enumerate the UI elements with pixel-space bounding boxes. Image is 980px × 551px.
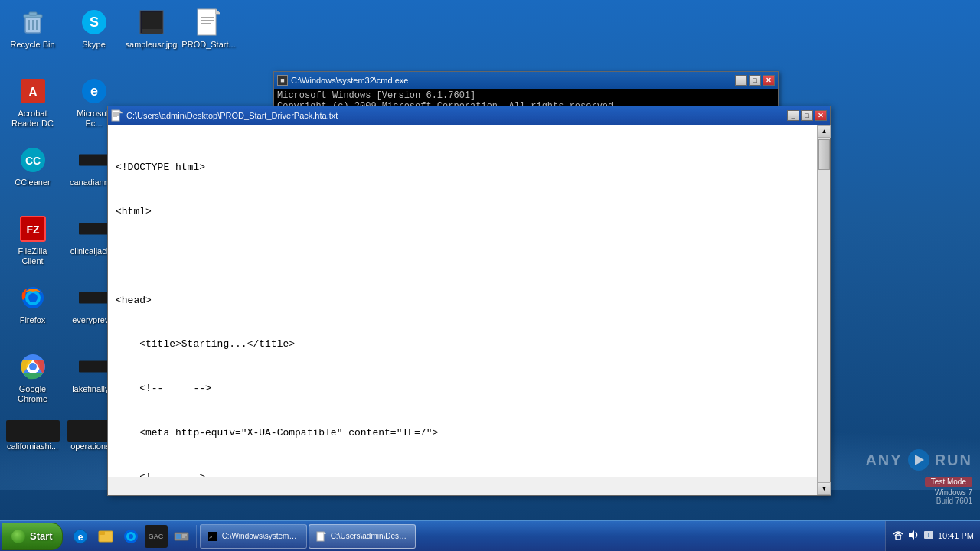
code-comment2: <!-- --> xyxy=(116,471,809,477)
desktop-icon-filezilla[interactable]: FZ FileZilla Client xyxy=(4,210,61,269)
svg-text:!: ! xyxy=(928,533,929,538)
firefox-label: Firefox xyxy=(20,315,46,325)
scroll-thumb[interactable] xyxy=(818,139,830,170)
recycle-bin-label: Recycle Bin xyxy=(10,40,54,50)
desktop-icon-skype[interactable]: S Skype xyxy=(65,4,122,53)
svg-rect-31 xyxy=(79,292,109,304)
tray-volume-icon[interactable] xyxy=(907,529,920,543)
clock-time: 10:41 PM xyxy=(938,530,974,541)
cmd-window-controls: _ □ ✕ xyxy=(735,75,775,86)
svg-text:>_: >_ xyxy=(209,534,216,540)
anyrun-info: Test Mode Windows 7 Build 7601 xyxy=(925,474,972,505)
taskbar-cmd-button[interactable]: >_ C:\Windows\system32\cmd.exe xyxy=(200,524,307,549)
svg-text:e: e xyxy=(77,532,83,543)
skype-icon: S xyxy=(79,7,109,37)
start-orb-icon xyxy=(11,530,25,543)
svg-text:S: S xyxy=(89,15,98,30)
code-meta1: <meta http-equiv="X-UA-Compatible" conte… xyxy=(116,426,809,441)
start-button[interactable]: Start xyxy=(2,523,63,550)
tray-notification-icon[interactable]: ! xyxy=(923,529,935,543)
start-label: Start xyxy=(30,530,53,542)
hta-maximize-button[interactable]: □ xyxy=(801,110,813,121)
desktop-icon-prod-start[interactable]: PROD_Start... xyxy=(180,4,237,53)
cmd-minimize-button[interactable]: _ xyxy=(735,75,747,86)
taskbar: Start e xyxy=(0,520,980,551)
hta-titlebar[interactable]: C:\Users\admin\Desktop\PROD_Start_Driver… xyxy=(108,106,830,125)
quick-explorer-button[interactable] xyxy=(94,525,117,548)
recycle-bin-icon xyxy=(18,7,48,37)
taskbar-hta-label: C:\Users\admin\Desktop\PROD... xyxy=(331,532,409,540)
canadianm-icon xyxy=(79,145,109,175)
code-head: <head> xyxy=(116,294,809,308)
cmd-close-button[interactable]: ✕ xyxy=(763,75,775,86)
svg-rect-57 xyxy=(896,536,900,540)
svg-rect-50 xyxy=(176,534,181,539)
quick-firefox-button[interactable] xyxy=(119,525,142,548)
prod-start-icon xyxy=(194,7,224,37)
sampleusr-label: sampleusr.jpg xyxy=(126,40,178,50)
hta-text-content[interactable]: <!DOCTYPE html> <html> <head> <title>Sta… xyxy=(108,125,817,477)
anyrun-os: Windows 7 xyxy=(925,488,972,497)
svg-rect-51 xyxy=(182,534,187,536)
scroll-up-button[interactable]: ▲ xyxy=(818,125,831,138)
cmd-titlebar[interactable]: ■ C:\Windows\system32\cmd.exe _ □ ✕ xyxy=(274,72,778,89)
prod-start-label: PROD_Start... xyxy=(181,40,235,50)
explorer-icon xyxy=(97,528,114,545)
cmd-maximize-button[interactable]: □ xyxy=(749,75,761,86)
lakefinally-icon xyxy=(79,351,109,382)
svg-rect-2 xyxy=(29,12,37,15)
svg-text:e: e xyxy=(90,83,97,99)
taskbar-cmd-label: C:\Windows\system32\cmd.exe xyxy=(222,532,300,540)
quick-firefox-icon xyxy=(122,528,139,545)
play-triangle xyxy=(915,455,924,465)
anyrun-build: Build 7601 xyxy=(925,497,972,505)
tray-network-icon[interactable] xyxy=(892,529,904,543)
code-title: <title>Starting...</title> xyxy=(116,337,809,352)
desktop-icon-chrome[interactable]: Google Chrome xyxy=(4,348,61,407)
hta-close-button[interactable]: ✕ xyxy=(815,110,827,121)
acrobat-label: Acrobat Reader DC xyxy=(7,109,58,129)
hta-title-text: C:\Users\admin\Desktop\PROD_Start_Driver… xyxy=(126,111,338,120)
desktop-icon-firefox[interactable]: Firefox xyxy=(4,279,61,328)
ie-icon: e xyxy=(72,528,89,545)
quick-gac-button[interactable]: GAC xyxy=(145,525,168,548)
cmd-titlebar-left: ■ C:\Windows\system32\cmd.exe xyxy=(277,75,408,86)
svg-rect-52 xyxy=(182,536,185,538)
acrobat-icon: A xyxy=(18,76,48,106)
anyrun-run-text: RUN xyxy=(935,452,972,469)
anyrun-watermark: ANY RUN Test Mode Windows 7 Build 7601 xyxy=(865,449,972,505)
task-icon xyxy=(173,528,190,545)
code-blank1 xyxy=(116,249,809,264)
quick-ie-button[interactable]: e xyxy=(69,525,92,548)
svg-marker-58 xyxy=(909,530,914,540)
anyrun-logo: ANY RUN xyxy=(865,449,972,471)
chrome-icon xyxy=(18,351,48,382)
desktop-icon-acrobat[interactable]: A Acrobat Reader DC xyxy=(4,73,61,132)
taskbar-buttons: >_ C:\Windows\system32\cmd.exe C:\Users\… xyxy=(197,524,885,549)
clinicaljack-icon xyxy=(79,214,109,244)
anyrun-badge: Test Mode xyxy=(925,477,972,487)
svg-rect-9 xyxy=(142,12,162,29)
desktop-icon-california[interactable]: californiashi... xyxy=(4,417,61,455)
taskbar-hta-button[interactable]: C:\Users\admin\Desktop\PROD... xyxy=(309,524,416,549)
code-doctype: <!DOCTYPE html> xyxy=(116,161,809,175)
cmd-title-text: C:\Windows\system32\cmd.exe xyxy=(291,76,408,85)
svg-rect-36 xyxy=(79,361,109,373)
california-label: californiashi... xyxy=(7,442,58,452)
system-tray: ! 10:41 PM xyxy=(885,521,980,551)
gac-icon: GAC xyxy=(149,533,164,540)
firefox-icon xyxy=(18,282,48,313)
desktop-icon-sampleusr[interactable]: sampleusr.jpg xyxy=(122,4,180,53)
hta-minimize-button[interactable]: _ xyxy=(787,110,799,121)
quick-task-button[interactable] xyxy=(170,525,193,548)
desktop-icon-recycle-bin[interactable]: Recycle Bin xyxy=(4,4,61,53)
california-thumbnail xyxy=(6,420,60,442)
svg-point-35 xyxy=(29,363,37,370)
code-comment1: <!-- --> xyxy=(116,382,809,396)
desktop-icon-ccleaner[interactable]: CC CCleaner xyxy=(4,142,61,191)
svg-rect-27 xyxy=(79,223,109,235)
ccleaner-label: CCleaner xyxy=(15,178,50,187)
filezilla-icon: FZ xyxy=(18,214,48,244)
svg-marker-56 xyxy=(324,532,326,534)
scroll-down-button[interactable]: ▼ xyxy=(818,482,831,495)
